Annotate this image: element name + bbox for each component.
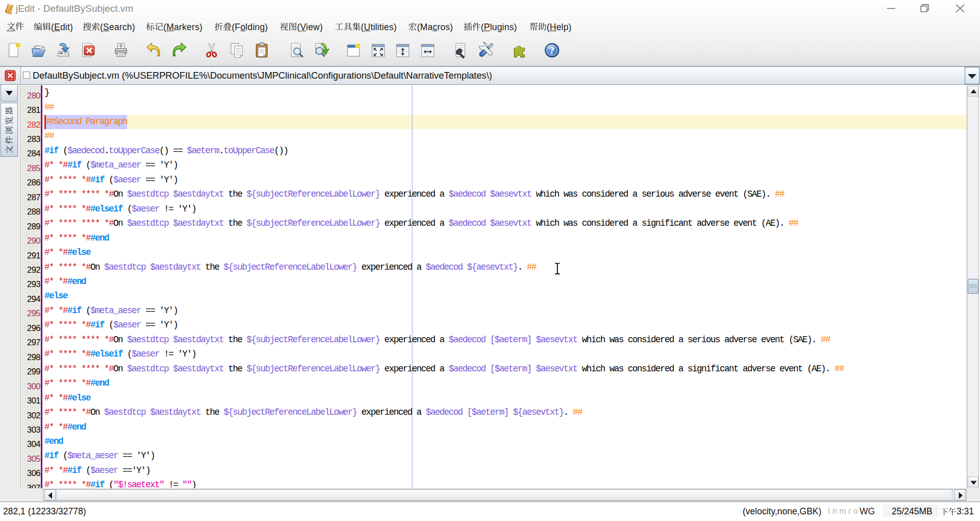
- svg-text:?: ?: [549, 44, 554, 57]
